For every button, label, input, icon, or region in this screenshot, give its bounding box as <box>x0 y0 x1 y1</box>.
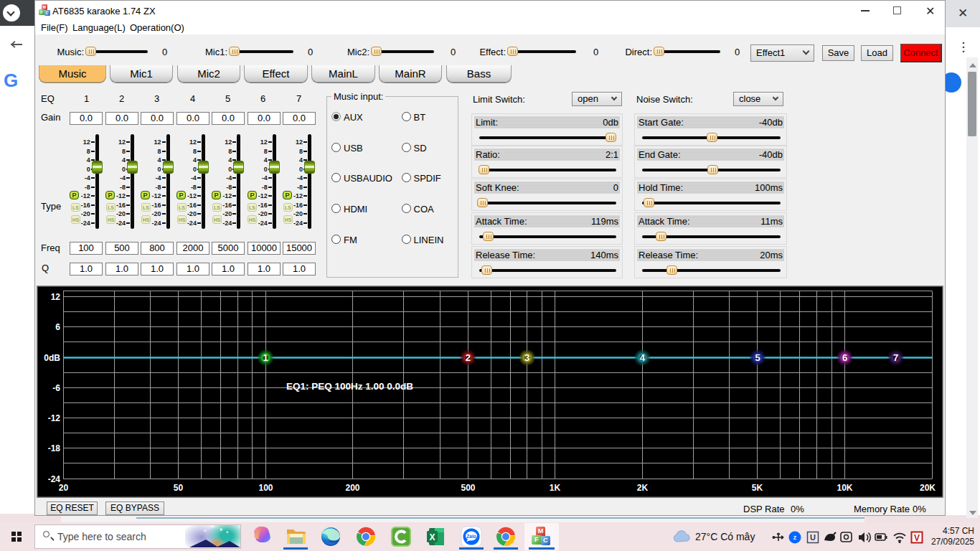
svg-text:12: 12 <box>51 292 61 302</box>
svg-text:3: 3 <box>524 352 529 363</box>
svg-text:100: 100 <box>258 483 273 493</box>
svg-text:20K: 20K <box>920 483 936 493</box>
svg-text:Zalo: Zalo <box>466 534 476 539</box>
svg-text:5: 5 <box>755 352 760 363</box>
svg-text:Z: Z <box>793 535 797 540</box>
svg-text:1: 1 <box>263 352 268 363</box>
svg-text:50: 50 <box>174 483 184 493</box>
svg-text:10K: 10K <box>837 483 852 493</box>
svg-text:2: 2 <box>466 352 471 363</box>
svg-text:7: 7 <box>893 352 898 363</box>
svg-text:2K: 2K <box>637 483 649 493</box>
svg-text:0dB: 0dB <box>44 353 60 363</box>
svg-text:V: V <box>914 533 920 543</box>
svg-text:-6: -6 <box>52 383 60 393</box>
svg-text:X: X <box>429 532 435 542</box>
svg-text:EQ1: PEQ 100Hz 1.00 0.0dB: EQ1: PEQ 100Hz 1.00 0.0dB <box>286 381 413 392</box>
svg-text:20: 20 <box>59 483 69 493</box>
svg-text:4: 4 <box>640 352 646 363</box>
svg-text:6: 6 <box>55 322 60 332</box>
svg-text:5K: 5K <box>752 483 763 493</box>
svg-text:U: U <box>810 533 816 542</box>
svg-text:6: 6 <box>842 352 847 363</box>
svg-text:200: 200 <box>345 483 359 493</box>
svg-text:-18: -18 <box>48 443 61 453</box>
svg-text:-12: -12 <box>48 413 61 423</box>
svg-text:500: 500 <box>461 483 475 493</box>
svg-text:1K: 1K <box>550 483 561 493</box>
